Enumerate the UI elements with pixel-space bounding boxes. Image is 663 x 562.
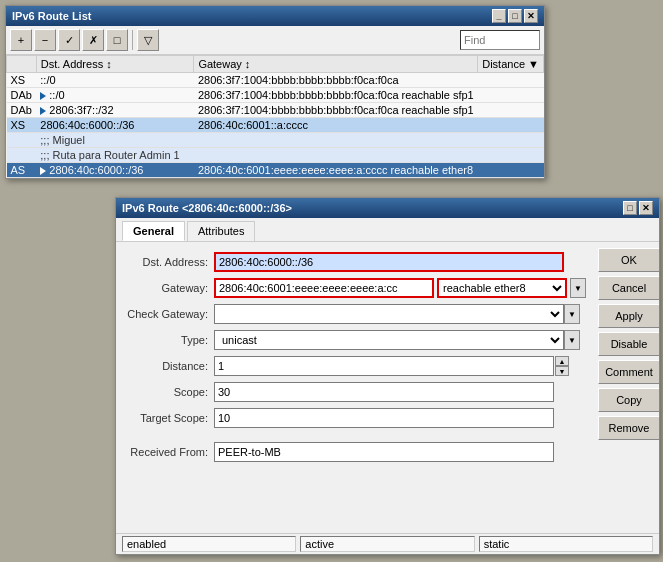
remove-button[interactable]: − — [34, 29, 56, 51]
ok-button[interactable]: OK — [598, 248, 659, 272]
status-active: active — [300, 536, 474, 552]
row-dst: ::/0 — [36, 88, 194, 103]
col-header-type — [7, 56, 37, 73]
find-input[interactable] — [460, 30, 540, 50]
dst-address-label: Dst. Address: — [124, 256, 214, 268]
table-row-group: ;;; Miguel — [7, 133, 544, 148]
scope-label: Scope: — [124, 386, 214, 398]
gateway-label: Gateway: — [124, 282, 214, 294]
check-gateway-arrow[interactable]: ▼ — [564, 304, 580, 324]
route-dialog-window: IPv6 Route <2806:40c:6000::/36> □ ✕ Gene… — [115, 197, 660, 555]
row-gateway: 2806:3f7:1004:bbbb:bbbb:bbbb:f0ca:f0ca r… — [194, 88, 478, 103]
target-scope-label: Target Scope: — [124, 412, 214, 424]
maximize-button[interactable]: □ — [508, 9, 522, 23]
type-dropdown-arrow[interactable]: ▼ — [564, 330, 580, 350]
col-header-dist[interactable]: Distance ▼ — [478, 56, 544, 73]
tab-bar: General Attributes — [116, 218, 659, 242]
check-gateway-row: Check Gateway: ▼ — [124, 304, 586, 324]
close-button[interactable]: ✕ — [524, 9, 538, 23]
route-table: Dst. Address ↕ Gateway ↕ Distance ▼ XS :… — [6, 55, 544, 178]
dialog-close-button[interactable]: ✕ — [639, 201, 653, 215]
row-dist — [478, 103, 544, 118]
distance-input[interactable] — [214, 356, 554, 376]
distance-spinner: ▲ ▼ — [555, 356, 569, 376]
table-row[interactable]: XS 2806:40c:6000::/36 2806:40c:6001::a:c… — [7, 118, 544, 133]
gateway-type-select[interactable]: reachable ether8 — [437, 278, 567, 298]
row-gateway: 2806:40c:6001::a:cccc — [194, 118, 478, 133]
sidebar-buttons: OK Cancel Apply Disable Comment Copy Rem… — [594, 242, 659, 533]
row-type — [7, 133, 37, 148]
type-label: Type: — [124, 334, 214, 346]
tab-general[interactable]: General — [122, 221, 185, 241]
received-from-row: Received From: — [124, 442, 586, 462]
table-row[interactable]: DAb 2806:3f7::/32 2806:3f7:1004:bbbb:bbb… — [7, 103, 544, 118]
dialog-content: Dst. Address: Gateway: reachable ether8 … — [116, 242, 659, 533]
route-dialog-title-bar: IPv6 Route <2806:40c:6000::/36> □ ✕ — [116, 198, 659, 218]
row-type: AS — [7, 163, 37, 178]
col-header-dst[interactable]: Dst. Address ↕ — [36, 56, 194, 73]
route-dialog-title: IPv6 Route <2806:40c:6000::/36> — [122, 202, 292, 214]
minimize-button[interactable]: _ — [492, 9, 506, 23]
row-dist — [478, 88, 544, 103]
gateway-dropdown-arrow[interactable]: ▼ — [570, 278, 586, 298]
copy-button[interactable]: Copy — [598, 388, 659, 412]
comment-button[interactable]: Comment — [598, 360, 659, 384]
distance-row: Distance: ▲ ▼ — [124, 356, 586, 376]
title-bar-buttons: _ □ ✕ — [492, 9, 538, 23]
table-row[interactable]: DAb ::/0 2806:3f7:1004:bbbb:bbbb:bbbb:f0… — [7, 88, 544, 103]
distance-down-button[interactable]: ▼ — [555, 366, 569, 376]
target-scope-row: Target Scope: — [124, 408, 586, 428]
row-gateway: 2806:40c:6001:eeee:eeee:eeee:a:cccc reac… — [194, 163, 478, 178]
gateway-row: Gateway: reachable ether8 ▼ — [124, 278, 586, 298]
check-gateway-label: Check Gateway: — [124, 308, 214, 320]
table-row-selected[interactable]: AS 2806:40c:6000::/36 2806:40c:6001:eeee… — [7, 163, 544, 178]
route-list-toolbar: + − ✓ ✗ □ ▽ — [6, 26, 544, 55]
table-row-group: ;;; Ruta para Router Admin 1 — [7, 148, 544, 163]
row-comment: ;;; Ruta para Router Admin 1 — [36, 148, 543, 163]
row-gateway: 2806:3f7:1004:bbbb:bbbb:bbbb:f0ca:f0ca — [194, 73, 478, 88]
route-list-title-bar: IPv6 Route List _ □ ✕ — [6, 6, 544, 26]
row-dist — [478, 163, 544, 178]
tab-attributes[interactable]: Attributes — [187, 221, 255, 241]
row-type: DAb — [7, 103, 37, 118]
route-table-container: Dst. Address ↕ Gateway ↕ Distance ▼ XS :… — [6, 55, 544, 178]
form-area: Dst. Address: Gateway: reachable ether8 … — [116, 242, 594, 533]
check-gateway-select[interactable] — [214, 304, 564, 324]
route-list-title: IPv6 Route List — [12, 10, 91, 22]
row-dist — [478, 118, 544, 133]
copy-button[interactable]: □ — [106, 29, 128, 51]
add-button[interactable]: + — [10, 29, 32, 51]
row-dst: 2806:3f7::/32 — [36, 103, 194, 118]
received-from-input[interactable] — [214, 442, 554, 462]
disable-button[interactable]: Disable — [598, 332, 659, 356]
gateway-input[interactable] — [214, 278, 434, 298]
target-scope-input[interactable] — [214, 408, 554, 428]
col-header-gateway[interactable]: Gateway ↕ — [194, 56, 478, 73]
dialog-minimize-button[interactable]: □ — [623, 201, 637, 215]
check-button[interactable]: ✓ — [58, 29, 80, 51]
row-type: XS — [7, 73, 37, 88]
distance-container: ▲ ▼ — [214, 356, 569, 376]
row-dst: 2806:40c:6000::/36 — [36, 118, 194, 133]
row-type — [7, 148, 37, 163]
table-row[interactable]: XS ::/0 2806:3f7:1004:bbbb:bbbb:bbbb:f0c… — [7, 73, 544, 88]
remove-button[interactable]: Remove — [598, 416, 659, 440]
apply-button[interactable]: Apply — [598, 304, 659, 328]
status-bar: enabled active static — [116, 533, 659, 554]
type-select[interactable]: unicast — [214, 330, 564, 350]
status-static: static — [479, 536, 653, 552]
filter-button[interactable]: ▽ — [137, 29, 159, 51]
row-type: DAb — [7, 88, 37, 103]
route-list-window: IPv6 Route List _ □ ✕ + − ✓ ✗ □ ▽ Dst. A… — [5, 5, 545, 179]
scope-row: Scope: — [124, 382, 586, 402]
row-dst: 2806:40c:6000::/36 — [36, 163, 194, 178]
distance-label: Distance: — [124, 360, 214, 372]
scope-input[interactable] — [214, 382, 554, 402]
distance-up-button[interactable]: ▲ — [555, 356, 569, 366]
cancel-button[interactable]: ✗ — [82, 29, 104, 51]
dialog-body: General Attributes Dst. Address: Gateway… — [116, 218, 659, 554]
row-gateway: 2806:3f7:1004:bbbb:bbbb:bbbb:f0ca:f0ca r… — [194, 103, 478, 118]
dst-address-input[interactable] — [214, 252, 564, 272]
row-dist — [478, 73, 544, 88]
cancel-button[interactable]: Cancel — [598, 276, 659, 300]
